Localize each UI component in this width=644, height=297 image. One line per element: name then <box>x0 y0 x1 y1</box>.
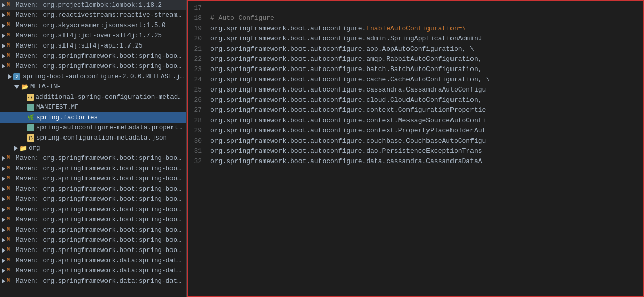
line-number: 19 <box>190 24 202 34</box>
tree-item-maven-spring-boot-autoconf[interactable]: MMaven: org.springframework.boot:spring-… <box>0 61 186 72</box>
tree-item-label: Maven: org.springframework.boot:spring-b… <box>16 186 184 193</box>
tree-item-maven-spring-boot-starter-loggi[interactable]: MMaven: org.springframework.boot:spring-… <box>0 194 186 204</box>
code-line: org.springframework.boot.autoconfigure.c… <box>210 136 639 146</box>
tree-item-label: Maven: org.springframework.boot:spring-b… <box>16 155 184 162</box>
code-line: org.springframework.boot.autoconfigure.b… <box>210 64 639 75</box>
triangle-right-icon <box>2 44 5 48</box>
tree-item-maven-spring-boot-starter[interactable]: MMaven: org.springframework.boot:spring-… <box>0 153 186 164</box>
code-line <box>210 3 639 13</box>
tree-item-additional-spring-json[interactable]: {}additional-spring-configuration-metada… <box>0 92 186 102</box>
triangle-right-icon <box>2 238 5 242</box>
tree-item-maven-spring-boot-starter-test[interactable]: MMaven: org.springframework.boot:spring-… <box>0 204 186 215</box>
tree-item-maven-spring-data-commons[interactable]: MMaven: org.springframework.data:spring-… <box>0 256 186 266</box>
tree-item-label: Maven: org.springframework.boot:spring-b… <box>16 175 184 182</box>
tree-item-maven-spring-boot-test[interactable]: MMaven: org.springframework.boot:spring-… <box>0 235 186 245</box>
line-number: 24 <box>190 75 202 85</box>
maven-icon: M <box>7 53 14 60</box>
maven-icon: M <box>7 165 14 172</box>
code-segment: org.springframework.boot.autoconfigure.d… <box>210 156 482 167</box>
maven-icon: M <box>7 196 14 203</box>
triangle-right-icon <box>2 279 5 283</box>
tree-item-maven-lombok[interactable]: MMaven: org.projectlombok:lombok:1.18.2 <box>0 0 186 10</box>
tree-item-label: org <box>29 145 40 152</box>
line-number: 21 <box>190 44 202 54</box>
tree-item-spring-autoconf-props[interactable]: spring-autoconfigure-metadata.properties <box>0 123 186 133</box>
triangle-right-icon <box>2 13 5 17</box>
file-icon <box>27 104 34 111</box>
tree-item-label: Maven: org.springframework.data:spring-d… <box>16 278 184 285</box>
triangle-right-icon <box>2 24 5 28</box>
code-content: # Auto Configureorg.springframework.boot… <box>206 1 643 296</box>
maven-icon: M <box>7 2 14 9</box>
maven-icon: M <box>7 155 14 162</box>
tree-item-maven-spring-boot-starter-json[interactable]: MMaven: org.springframework.boot:spring-… <box>0 184 186 194</box>
spring-icon: 🌿 <box>27 114 34 121</box>
tree-item-meta-inf-folder[interactable]: 📂META-INF <box>0 82 186 92</box>
tree-item-label: Maven: org.springframework.boot:spring-b… <box>16 196 184 203</box>
tree-item-maven-spring-boot-test-autoconf[interactable]: MMaven: org.springframework.boot:spring-… <box>0 245 186 256</box>
code-segment: org.springframework.boot.autoconfigure.c… <box>210 95 482 105</box>
code-line: org.springframework.boot.autoconfigure.d… <box>210 146 639 156</box>
tree-item-maven-reactive[interactable]: MMaven: org.reactivestreams:reactive-str… <box>0 10 186 20</box>
triangle-right-icon <box>2 228 5 232</box>
tree-item-maven-spring-boot-starter-jdbc[interactable]: MMaven: org.springframework.boot:spring-… <box>0 174 186 184</box>
maven-icon: M <box>7 278 14 285</box>
line-number: 18 <box>190 13 202 24</box>
tree-item-label: Maven: org.springframework.boot:spring-b… <box>16 237 184 244</box>
maven-icon: M <box>7 12 14 19</box>
code-line: org.springframework.boot.autoconfigure.a… <box>210 54 639 64</box>
triangle-right-icon <box>2 177 5 181</box>
tree-item-spring-boot-autoconf-jar[interactable]: Jspring-boot-autoconfigure-2.0.6.RELEASE… <box>0 72 186 82</box>
code-line: org.springframework.boot.autoconfigure.c… <box>210 105 639 116</box>
tree-item-maven-slf4j-to[interactable]: MMaven: org.slf4j:jcl-over-slf4j:1.7.25 <box>0 31 186 41</box>
tree-item-label: additional-spring-configuration-metadata… <box>36 94 184 101</box>
code-line: org.springframework.boot.autoconfigure.c… <box>210 95 639 105</box>
triangle-right-icon <box>2 218 5 222</box>
tree-item-maven-spring-boot[interactable]: MMaven: org.springframework.boot:spring-… <box>0 51 186 61</box>
code-line: org.springframework.boot.autoconfigure.c… <box>210 126 639 136</box>
code-segment: org.springframework.boot.autoconfigure.d… <box>210 146 482 156</box>
code-segment: org.springframework.boot.autoconfigure.b… <box>210 64 482 75</box>
line-number: 17 <box>190 3 202 13</box>
triangle-right-icon <box>2 156 5 161</box>
tree-item-label: META-INF <box>30 83 61 90</box>
tree-item-maven-spring-boot-starter-data[interactable]: MMaven: org.springframework.boot:spring-… <box>0 164 186 174</box>
triangle-right-icon <box>2 259 5 263</box>
triangle-right-icon <box>2 167 5 171</box>
tree-item-maven-jsonassert[interactable]: MMaven: org.skyscreamer:jsonassert:1.5.0 <box>0 20 186 31</box>
triangle-right-icon <box>2 54 5 58</box>
tree-item-spring-config-meta-json[interactable]: {}spring-configuration-metadata.json <box>0 133 186 143</box>
json-icon: {} <box>27 134 34 142</box>
code-segment: # Auto Configure <box>210 13 274 24</box>
line-number: 23 <box>190 64 202 75</box>
tree-item-org-folder[interactable]: 📁org <box>0 143 186 153</box>
line-number: 26 <box>190 95 202 105</box>
code-segment: org.springframework.boot.autoconfigure.c… <box>210 136 486 146</box>
tree-item-spring-factories[interactable]: 🌿spring.factories <box>0 112 186 123</box>
triangle-right-icon <box>2 64 5 68</box>
tree-item-maven-spring-data-keyvalue[interactable]: MMaven: org.springframework.data:spring-… <box>0 266 186 276</box>
code-line: org.springframework.boot.autoconfigure.a… <box>210 44 639 54</box>
code-segment: org.springframework.boot.autoconfigure.c… <box>210 75 490 85</box>
file-tree[interactable]: MMaven: org.projectlombok:lombok:1.18.2M… <box>0 0 187 297</box>
triangle-right-icon <box>2 197 5 201</box>
line-number: 25 <box>190 85 202 95</box>
tree-item-maven-slf4j-api[interactable]: MMaven: org.slf4j:slf4j-api:1.7.25 <box>0 41 186 51</box>
maven-icon: M <box>7 42 14 50</box>
triangle-right-icon <box>2 187 5 191</box>
tree-item-manifest-mf[interactable]: MANIFEST.MF <box>0 102 186 112</box>
tree-item-maven-spring-data-redis[interactable]: MMaven: org.springframework.data:spring-… <box>0 276 186 286</box>
tree-item-maven-spring-boot-starter-web[interactable]: MMaven: org.springframework.boot:spring-… <box>0 225 186 235</box>
line-number: 27 <box>190 105 202 116</box>
code-segment: org.springframework.boot.autoconfigure. <box>210 24 366 34</box>
tree-item-label: Maven: org.springframework.boot:spring-b… <box>16 226 184 234</box>
maven-icon: M <box>7 206 14 213</box>
tree-item-label: Maven: org.springframework.boot:spring-b… <box>16 206 184 213</box>
maven-icon: M <box>7 257 14 264</box>
tree-item-label: Maven: org.slf4j:jcl-over-slf4j:1.7.25 <box>16 32 162 39</box>
maven-icon: M <box>7 22 14 29</box>
maven-icon: M <box>7 247 14 254</box>
tree-item-maven-spring-boot-starter-tomca[interactable]: MMaven: org.springframework.boot:spring-… <box>0 215 186 225</box>
code-segment: org.springframework.boot.autoconfigure.a… <box>210 34 482 44</box>
code-segment: org.springframework.boot.autoconfigure.a… <box>210 54 482 64</box>
